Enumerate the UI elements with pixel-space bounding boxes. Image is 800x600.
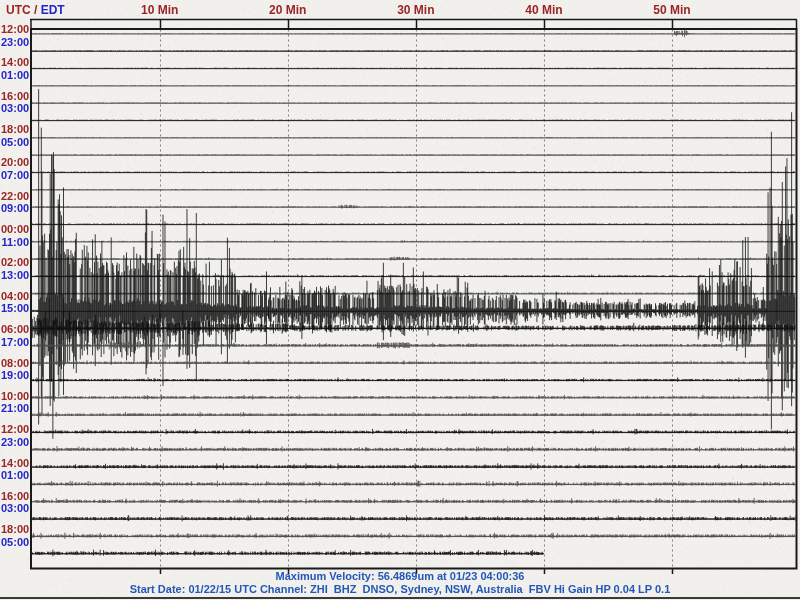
row-label-edt: 23:00 xyxy=(1,37,29,47)
minute-label: 40 Min xyxy=(525,3,562,17)
row-label-utc: 14:00 xyxy=(1,458,29,468)
row-label-edt: 21:00 xyxy=(1,403,29,413)
row-label-edt: 07:00 xyxy=(1,170,29,180)
row-label-edt: 15:00 xyxy=(1,303,29,313)
utc-label: UTC xyxy=(6,3,31,17)
row-label-utc: 16:00 xyxy=(1,91,29,101)
row-label-utc: 10:00 xyxy=(1,391,29,401)
row-label-edt: 13:00 xyxy=(1,270,29,280)
edt-label: EDT xyxy=(41,3,65,17)
row-label-edt: 05:00 xyxy=(1,137,29,147)
row-label-utc: 06:00 xyxy=(1,324,29,334)
row-label-edt: 03:00 xyxy=(1,503,29,513)
row-label-edt: 17:00 xyxy=(1,337,29,347)
row-label-utc: 12:00 xyxy=(1,424,29,434)
minute-label: 20 Min xyxy=(269,3,306,17)
row-label-edt: 03:00 xyxy=(1,103,29,113)
minute-label: 50 Min xyxy=(653,3,690,17)
row-label-utc: 00:00 xyxy=(1,224,29,234)
row-label-utc: 14:00 xyxy=(1,57,29,67)
row-label-utc: 18:00 xyxy=(1,524,29,534)
row-label-utc: 04:00 xyxy=(1,291,29,301)
row-label-edt: 01:00 xyxy=(1,70,29,80)
helicorder-app: UTC / EDT 10 Min20 Min30 Min40 Min50 Min… xyxy=(0,0,800,600)
row-label-utc: 22:00 xyxy=(1,191,29,201)
row-label-edt: 11:00 xyxy=(1,237,29,247)
row-label-utc: 20:00 xyxy=(1,157,29,167)
row-label-utc: 02:00 xyxy=(1,257,29,267)
row-label-edt: 05:00 xyxy=(1,537,29,547)
row-label-edt: 01:00 xyxy=(1,470,29,480)
row-label-utc: 08:00 xyxy=(1,358,29,368)
timezone-separator: / xyxy=(31,3,41,17)
row-label-utc: 18:00 xyxy=(1,124,29,134)
row-label-utc: 12:00 xyxy=(1,24,29,34)
helicorder-canvas xyxy=(0,0,800,600)
row-label-utc: 16:00 xyxy=(1,491,29,501)
max-velocity-line: Maximum Velocity: 56.4869um at 01/23 04:… xyxy=(0,570,800,582)
row-label-edt: 09:00 xyxy=(1,203,29,213)
minute-label: 10 Min xyxy=(141,3,178,17)
start-date-line: Start Date: 01/22/15 UTC Channel: ZHI BH… xyxy=(0,583,800,595)
row-label-edt: 23:00 xyxy=(1,437,29,447)
row-label-edt: 19:00 xyxy=(1,370,29,380)
minute-label: 30 Min xyxy=(397,3,434,17)
timezone-header: UTC / EDT xyxy=(6,3,65,17)
